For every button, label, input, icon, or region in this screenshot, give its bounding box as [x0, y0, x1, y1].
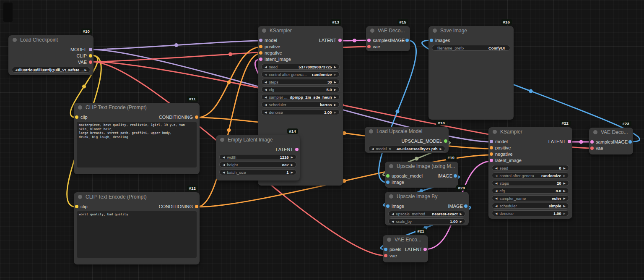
- filename-prefix-widget[interactable]: filename_prefixComfyUI: [432, 45, 510, 51]
- control-after-generate-widget[interactable]: ◀control after genera...randomize▶: [492, 173, 569, 178]
- collapse-dot-icon[interactable]: [220, 138, 224, 142]
- prev-arrow-icon[interactable]: ◀: [223, 171, 225, 174]
- prev-arrow-icon[interactable]: ◀: [265, 96, 267, 99]
- scheduler-widget[interactable]: ◀schedulersimple▶: [492, 203, 569, 209]
- link-dot[interactable]: [227, 128, 231, 132]
- collapse-dot-icon[interactable]: [78, 105, 82, 110]
- node-title-bar[interactable]: CLIP Text Encode (Prompt): [74, 192, 200, 201]
- node-title-bar[interactable]: Upscale Image By: [385, 192, 469, 201]
- node-load-upscale-model[interactable]: #18 Load Upscale Model UPSCALE_MODEL ◀mo…: [365, 127, 449, 153]
- node-clip-text-encode-negative[interactable]: #12 CLIP Text Encode (Prompt) clipCONDIT…: [74, 192, 200, 264]
- link-dot[interactable]: [415, 157, 418, 161]
- collapse-dot-icon[interactable]: [78, 195, 82, 199]
- sampler-name-widget[interactable]: ◀sampler_nameeuler▶: [492, 195, 569, 201]
- scheduler-widget[interactable]: ◀schedulerkarras▶: [261, 102, 340, 107]
- node-vae-encode[interactable]: #21 VAE Enco... pixelsLATENT vae: [383, 235, 428, 262]
- node-title-bar[interactable]: VAE Deco...: [366, 26, 410, 35]
- prev-arrow-icon[interactable]: ◀: [223, 163, 225, 166]
- next-arrow-icon[interactable]: ▶: [291, 156, 293, 159]
- next-arrow-icon[interactable]: ▶: [334, 88, 336, 91]
- node-title-bar[interactable]: Empty Latent Image: [216, 135, 300, 144]
- samples-input-port[interactable]: [590, 140, 594, 144]
- collapse-dot-icon[interactable]: [433, 29, 437, 33]
- model-name-widget[interactable]: ◀model_n...4x-ClearRealityV1.pth▶: [368, 146, 445, 152]
- next-arrow-icon[interactable]: ▶: [564, 204, 566, 207]
- node-ksampler-2[interactable]: #22 KSampler modelLATENT positive negati…: [488, 127, 572, 219]
- prev-arrow-icon[interactable]: ◀: [495, 167, 497, 170]
- upscale-model-output-port[interactable]: [444, 139, 447, 143]
- collapse-dot-icon[interactable]: [493, 130, 497, 134]
- image-output-port[interactable]: [405, 39, 409, 42]
- images-input-port[interactable]: [430, 39, 433, 42]
- vae-input-port[interactable]: [590, 147, 594, 150]
- prev-arrow-icon[interactable]: ◀: [495, 212, 497, 215]
- prev-arrow-icon[interactable]: ◀: [495, 204, 497, 207]
- latent-output-port[interactable]: [338, 39, 342, 42]
- next-arrow-icon[interactable]: ▶: [334, 111, 336, 114]
- prev-arrow-icon[interactable]: ◀: [265, 65, 267, 68]
- prev-arrow-icon[interactable]: ◀: [265, 103, 267, 106]
- prev-arrow-icon[interactable]: ◀: [265, 111, 267, 114]
- prev-arrow-icon[interactable]: ◀: [265, 88, 267, 91]
- upscale-model-input-port[interactable]: [386, 174, 390, 178]
- next-arrow-icon[interactable]: ▶: [334, 96, 336, 99]
- image-output-port[interactable]: [454, 174, 457, 178]
- next-arrow-icon[interactable]: ▶: [334, 73, 336, 76]
- next-arrow-icon[interactable]: ▶: [291, 171, 293, 174]
- latent-image-input-port[interactable]: [259, 58, 262, 61]
- prev-arrow-icon[interactable]: ◀: [371, 147, 374, 150]
- link-dot[interactable]: [174, 43, 178, 47]
- vae-input-port[interactable]: [367, 45, 371, 48]
- next-arrow-icon[interactable]: ▶: [85, 68, 87, 71]
- cfg-widget[interactable]: ◀cfg5.0▶: [261, 86, 340, 92]
- denoise-widget[interactable]: ◀denoise1.00▶: [492, 210, 569, 216]
- clip-output-port[interactable]: [89, 54, 92, 58]
- next-arrow-icon[interactable]: ▶: [564, 197, 566, 200]
- latent-output-port[interactable]: [568, 140, 571, 143]
- node-vae-decode-2[interactable]: #23 VAE Deco... samplesIMAGE vae: [589, 128, 633, 154]
- link-dot[interactable]: [229, 52, 232, 56]
- prev-arrow-icon[interactable]: ◀: [495, 174, 497, 177]
- collapse-dot-icon[interactable]: [389, 164, 393, 168]
- link-dot[interactable]: [579, 140, 583, 144]
- collapse-dot-icon[interactable]: [13, 38, 17, 42]
- node-clip-text-encode-positive[interactable]: #11 CLIP Text Encode (Prompt) clipCONDIT…: [74, 103, 200, 174]
- scale-by-widget[interactable]: ◀scale_by1.00▶: [388, 218, 465, 224]
- node-title-bar[interactable]: Load Checkpoint: [8, 35, 93, 44]
- link-dot[interactable]: [396, 110, 400, 113]
- link-dot[interactable]: [529, 89, 533, 93]
- positive-input-port[interactable]: [259, 45, 262, 48]
- prompt-textarea[interactable]: worst quality, bad quality: [77, 211, 197, 258]
- clip-input-port[interactable]: [75, 205, 78, 208]
- vae-output-port[interactable]: [89, 60, 92, 64]
- next-arrow-icon[interactable]: ▶: [460, 212, 462, 215]
- latent-output-port[interactable]: [295, 148, 299, 151]
- model-input-port[interactable]: [490, 140, 493, 143]
- ckpt-name-widget[interactable]: ◀ Illustrious\illustrijQuill_v1.safete .…: [12, 67, 90, 73]
- collapse-dot-icon[interactable]: [369, 129, 373, 133]
- next-arrow-icon[interactable]: ▶: [564, 167, 566, 170]
- model-input-port[interactable]: [259, 39, 262, 42]
- next-arrow-icon[interactable]: ▶: [291, 163, 293, 166]
- next-arrow-icon[interactable]: ▶: [564, 212, 566, 215]
- cfg-widget[interactable]: ◀cfg8.0▶: [492, 188, 569, 194]
- prev-arrow-icon[interactable]: ◀: [265, 73, 267, 76]
- upscale-method-widget[interactable]: ◀upscale_methodnearest-exact▶: [388, 211, 465, 217]
- image-output-port[interactable]: [628, 140, 632, 144]
- sampler-name-widget[interactable]: ◀sampler ...dpmpp_2m_sde_heun▶: [261, 94, 340, 100]
- control-after-generate-widget[interactable]: ◀control after genera...randomize▶: [261, 71, 340, 77]
- collapse-dot-icon[interactable]: [370, 29, 374, 33]
- steps-widget[interactable]: ◀steps20▶: [492, 180, 569, 186]
- node-title-bar[interactable]: Upscale Image (using M...: [385, 162, 458, 171]
- negative-input-port[interactable]: [259, 51, 262, 55]
- seed-widget[interactable]: ◀seed0▶: [492, 165, 569, 171]
- collapse-dot-icon[interactable]: [262, 29, 266, 33]
- prev-arrow-icon[interactable]: ◀: [495, 182, 497, 185]
- latent-image-input-port[interactable]: [490, 159, 493, 162]
- collapse-dot-icon[interactable]: [389, 194, 393, 199]
- seed-widget[interactable]: ◀seed537780290873725▶: [261, 64, 340, 70]
- node-title-bar[interactable]: Save Image: [428, 26, 514, 35]
- batch-size-widget[interactable]: ◀batch_size1▶: [219, 169, 296, 175]
- prev-arrow-icon[interactable]: ◀: [265, 81, 267, 84]
- node-title-bar[interactable]: KSampler: [258, 26, 343, 35]
